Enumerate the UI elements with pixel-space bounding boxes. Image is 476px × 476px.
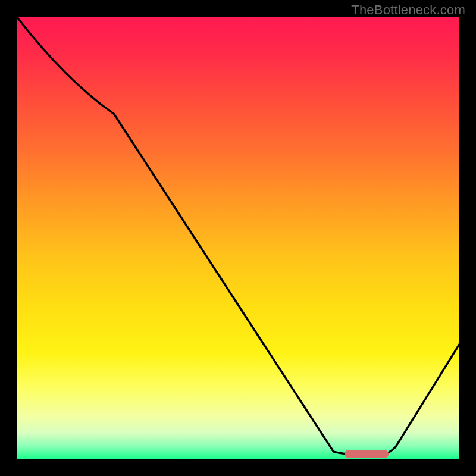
- curve-path: [17, 17, 459, 454]
- chart-frame: TheBottleneck.com: [0, 0, 476, 476]
- plot-area: [17, 17, 459, 459]
- optimal-range-marker: [345, 450, 389, 458]
- bottleneck-curve: [17, 17, 459, 459]
- watermark-text: TheBottleneck.com: [351, 2, 465, 18]
